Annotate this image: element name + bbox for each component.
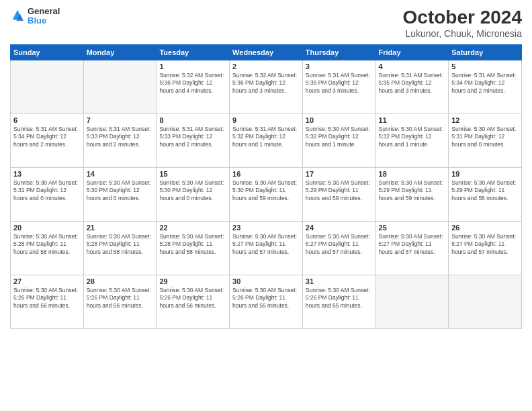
calendar-day-cell: 27Sunrise: 5:30 AM Sunset: 5:26 PM Dayli…	[11, 275, 84, 329]
weekday-header: Wednesday	[230, 45, 303, 60]
header: General Blue October 2024 Lukunor, Chuuk…	[10, 7, 522, 39]
day-number: 10	[306, 116, 373, 124]
calendar-day-cell: 9Sunrise: 5:31 AM Sunset: 5:32 PM Daylig…	[230, 114, 303, 168]
calendar-day-cell	[11, 60, 84, 114]
logo-icon	[10, 9, 25, 24]
day-detail: Sunrise: 5:31 AM Sunset: 5:35 PM Dayligh…	[379, 72, 446, 95]
weekday-header: Monday	[83, 45, 157, 60]
calendar-day-cell: 18Sunrise: 5:30 AM Sunset: 5:29 PM Dayli…	[375, 168, 449, 222]
day-number: 1	[159, 62, 226, 71]
calendar-day-cell	[449, 275, 522, 329]
calendar-day-cell	[375, 275, 449, 329]
day-detail: Sunrise: 5:30 AM Sunset: 5:31 PM Dayligh…	[13, 179, 81, 202]
day-number: 8	[159, 116, 226, 124]
day-number: 6	[13, 116, 81, 124]
day-number: 13	[13, 170, 81, 178]
title-block: October 2024 Lukunor, Chuuk, Micronesia	[403, 7, 522, 39]
calendar-day-cell: 13Sunrise: 5:30 AM Sunset: 5:31 PM Dayli…	[11, 168, 84, 222]
calendar-day-cell: 20Sunrise: 5:30 AM Sunset: 5:28 PM Dayli…	[11, 222, 84, 275]
calendar-day-cell: 26Sunrise: 5:30 AM Sunset: 5:27 PM Dayli…	[449, 222, 522, 275]
day-number: 12	[451, 116, 519, 124]
calendar-day-cell: 16Sunrise: 5:30 AM Sunset: 5:30 PM Dayli…	[230, 168, 303, 222]
calendar-day-cell: 4Sunrise: 5:31 AM Sunset: 5:35 PM Daylig…	[375, 60, 449, 114]
day-number: 24	[306, 224, 373, 232]
day-number: 3	[306, 62, 373, 71]
calendar-day-cell: 5Sunrise: 5:31 AM Sunset: 5:34 PM Daylig…	[449, 60, 522, 114]
calendar-week-row: 13Sunrise: 5:30 AM Sunset: 5:31 PM Dayli…	[11, 168, 522, 222]
calendar: SundayMondayTuesdayWednesdayThursdayFrid…	[10, 44, 522, 329]
day-number: 19	[451, 170, 519, 178]
calendar-day-cell: 21Sunrise: 5:30 AM Sunset: 5:28 PM Dayli…	[83, 222, 157, 275]
calendar-day-cell: 7Sunrise: 5:31 AM Sunset: 5:33 PM Daylig…	[83, 114, 157, 168]
day-detail: Sunrise: 5:30 AM Sunset: 5:26 PM Dayligh…	[306, 287, 373, 310]
day-detail: Sunrise: 5:30 AM Sunset: 5:27 PM Dayligh…	[306, 233, 373, 256]
day-detail: Sunrise: 5:30 AM Sunset: 5:29 PM Dayligh…	[451, 179, 519, 202]
day-number: 4	[379, 62, 446, 71]
weekday-header: Sunday	[11, 45, 84, 60]
day-detail: Sunrise: 5:31 AM Sunset: 5:34 PM Dayligh…	[13, 126, 81, 148]
calendar-day-cell: 3Sunrise: 5:31 AM Sunset: 5:35 PM Daylig…	[302, 60, 375, 114]
day-number: 7	[87, 116, 154, 124]
day-detail: Sunrise: 5:30 AM Sunset: 5:26 PM Dayligh…	[159, 287, 226, 310]
main-title: October 2024	[403, 7, 522, 28]
day-number: 2	[232, 62, 300, 71]
day-number: 28	[87, 277, 154, 285]
calendar-day-cell: 15Sunrise: 5:30 AM Sunset: 5:30 PM Dayli…	[157, 168, 230, 222]
weekday-row: SundayMondayTuesdayWednesdayThursdayFrid…	[11, 45, 522, 60]
weekday-header: Thursday	[302, 45, 375, 60]
day-number: 15	[159, 170, 226, 178]
day-detail: Sunrise: 5:30 AM Sunset: 5:29 PM Dayligh…	[306, 179, 373, 202]
day-detail: Sunrise: 5:30 AM Sunset: 5:30 PM Dayligh…	[232, 179, 300, 202]
day-number: 16	[232, 170, 300, 178]
calendar-day-cell	[83, 60, 157, 114]
day-detail: Sunrise: 5:30 AM Sunset: 5:28 PM Dayligh…	[159, 233, 226, 256]
day-number: 23	[232, 224, 300, 232]
calendar-day-cell: 8Sunrise: 5:31 AM Sunset: 5:33 PM Daylig…	[157, 114, 230, 168]
day-detail: Sunrise: 5:30 AM Sunset: 5:31 PM Dayligh…	[451, 126, 519, 148]
logo: General Blue	[10, 7, 60, 26]
day-detail: Sunrise: 5:30 AM Sunset: 5:30 PM Dayligh…	[87, 179, 154, 202]
day-detail: Sunrise: 5:30 AM Sunset: 5:26 PM Dayligh…	[13, 287, 81, 310]
calendar-week-row: 6Sunrise: 5:31 AM Sunset: 5:34 PM Daylig…	[11, 114, 522, 168]
day-detail: Sunrise: 5:30 AM Sunset: 5:32 PM Dayligh…	[379, 126, 446, 148]
calendar-week-row: 20Sunrise: 5:30 AM Sunset: 5:28 PM Dayli…	[11, 222, 522, 275]
calendar-day-cell: 23Sunrise: 5:30 AM Sunset: 5:27 PM Dayli…	[230, 222, 303, 275]
calendar-day-cell: 10Sunrise: 5:30 AM Sunset: 5:32 PM Dayli…	[302, 114, 375, 168]
day-number: 14	[87, 170, 154, 178]
calendar-header: SundayMondayTuesdayWednesdayThursdayFrid…	[11, 45, 522, 60]
day-detail: Sunrise: 5:32 AM Sunset: 5:36 PM Dayligh…	[159, 72, 226, 95]
calendar-day-cell: 19Sunrise: 5:30 AM Sunset: 5:29 PM Dayli…	[449, 168, 522, 222]
day-detail: Sunrise: 5:32 AM Sunset: 5:36 PM Dayligh…	[232, 72, 300, 95]
weekday-header: Friday	[375, 45, 449, 60]
day-number: 30	[232, 277, 300, 285]
day-number: 22	[159, 224, 226, 232]
calendar-day-cell: 1Sunrise: 5:32 AM Sunset: 5:36 PM Daylig…	[157, 60, 230, 114]
day-number: 11	[379, 116, 446, 124]
day-detail: Sunrise: 5:30 AM Sunset: 5:30 PM Dayligh…	[159, 179, 226, 202]
logo-line2: Blue	[28, 16, 60, 26]
day-detail: Sunrise: 5:30 AM Sunset: 5:27 PM Dayligh…	[232, 233, 300, 256]
day-number: 5	[451, 62, 519, 71]
day-detail: Sunrise: 5:30 AM Sunset: 5:32 PM Dayligh…	[306, 126, 373, 148]
calendar-day-cell: 29Sunrise: 5:30 AM Sunset: 5:26 PM Dayli…	[157, 275, 230, 329]
day-detail: Sunrise: 5:30 AM Sunset: 5:26 PM Dayligh…	[87, 287, 154, 310]
day-number: 17	[306, 170, 373, 178]
logo-text: General Blue	[28, 7, 60, 26]
day-number: 21	[87, 224, 154, 232]
day-number: 18	[379, 170, 446, 178]
calendar-day-cell: 28Sunrise: 5:30 AM Sunset: 5:26 PM Dayli…	[83, 275, 157, 329]
day-number: 9	[232, 116, 300, 124]
day-detail: Sunrise: 5:30 AM Sunset: 5:28 PM Dayligh…	[87, 233, 154, 256]
calendar-day-cell: 12Sunrise: 5:30 AM Sunset: 5:31 PM Dayli…	[449, 114, 522, 168]
day-detail: Sunrise: 5:30 AM Sunset: 5:26 PM Dayligh…	[232, 287, 300, 310]
day-number: 27	[13, 277, 81, 285]
day-detail: Sunrise: 5:30 AM Sunset: 5:28 PM Dayligh…	[13, 233, 81, 256]
day-number: 31	[306, 277, 373, 285]
day-detail: Sunrise: 5:31 AM Sunset: 5:35 PM Dayligh…	[306, 72, 373, 95]
weekday-header: Tuesday	[157, 45, 230, 60]
day-detail: Sunrise: 5:30 AM Sunset: 5:27 PM Dayligh…	[379, 233, 446, 256]
day-detail: Sunrise: 5:30 AM Sunset: 5:29 PM Dayligh…	[379, 179, 446, 202]
logo-line1: General	[28, 7, 60, 16]
subtitle: Lukunor, Chuuk, Micronesia	[403, 28, 522, 39]
day-number: 26	[451, 224, 519, 232]
